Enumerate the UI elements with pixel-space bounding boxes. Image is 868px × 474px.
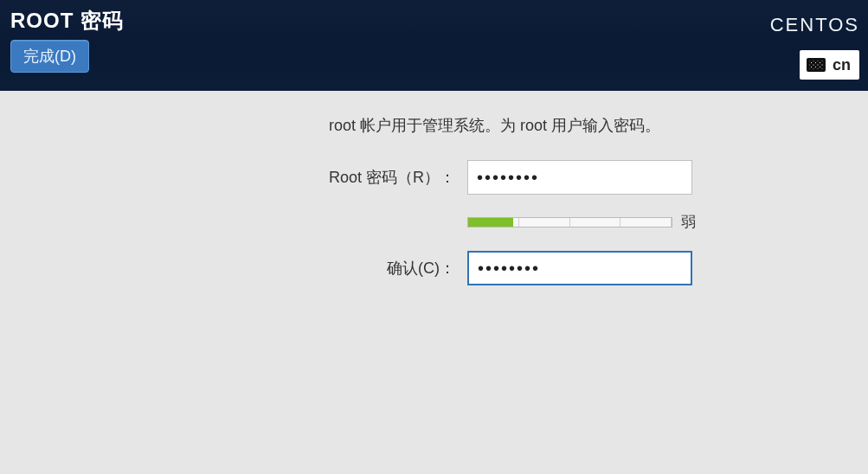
password-strength-text: 弱: [681, 212, 696, 232]
confirm-password-row: 确认(C)：: [0, 251, 868, 285]
header-bar: ROOT 密码 完成(D) CENTOS cn: [0, 0, 868, 91]
keyboard-layout-chip[interactable]: cn: [800, 50, 859, 80]
page-title: ROOT 密码: [10, 7, 858, 35]
confirm-password-input[interactable]: [467, 251, 692, 285]
keyboard-icon: [807, 58, 826, 72]
root-password-input[interactable]: [467, 160, 692, 195]
done-button[interactable]: 完成(D): [10, 40, 89, 73]
password-strength-row: 弱: [467, 212, 868, 232]
root-password-row: Root 密码（R）：: [0, 160, 868, 195]
password-strength-meter: [467, 217, 672, 227]
brand-label: CENTOS: [770, 14, 859, 36]
content-area: root 帐户用于管理系统。为 root 用户输入密码。 Root 密码（R）：…: [0, 91, 868, 285]
root-password-label: Root 密码（R）：: [0, 167, 467, 188]
description-text: root 帐户用于管理系统。为 root 用户输入密码。: [329, 115, 868, 136]
keyboard-layout-code: cn: [833, 56, 851, 74]
confirm-password-label: 确认(C)：: [0, 258, 467, 279]
